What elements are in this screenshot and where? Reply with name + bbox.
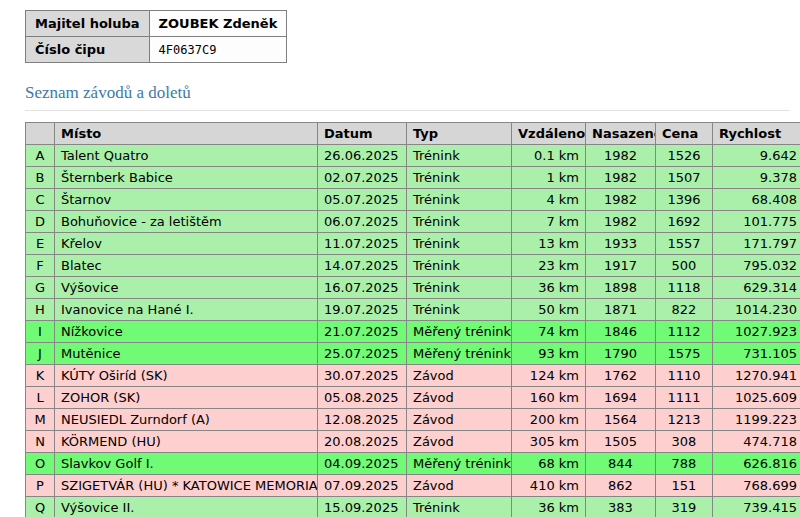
cell-misto: Ivanovice na Hané I. xyxy=(55,299,318,321)
cell-rychlost: 1025.609 xyxy=(713,387,800,409)
owner-info-table: Majitel holubaZOUBEK ZdeněkČíslo čipu4F0… xyxy=(25,10,287,63)
cell-misto: Křelov xyxy=(55,233,318,255)
cell-misto: Nížkovice xyxy=(55,321,318,343)
table-row: MNEUSIEDL Zurndorf (A)12.08.2025Závod200… xyxy=(26,409,800,431)
owner-info-label: Číslo čipu xyxy=(26,37,150,63)
owner-info-body: Majitel holubaZOUBEK ZdeněkČíslo čipu4F0… xyxy=(26,11,287,63)
cell-nasazeno: 844 xyxy=(586,453,656,475)
cell-cena: 1396 xyxy=(656,189,713,211)
table-row: DBohuňovice - za letištěm06.07.2025Tréni… xyxy=(26,211,800,233)
cell-datum: 20.08.2025 xyxy=(318,431,407,453)
cell-typ: Závod xyxy=(407,365,512,387)
cell-misto: ZOHOR (SK) xyxy=(55,387,318,409)
cell-misto: Bohuňovice - za letištěm xyxy=(55,211,318,233)
cell-datum: 05.08.2025 xyxy=(318,387,407,409)
cell-nasazeno: 1982 xyxy=(586,167,656,189)
cell-rychlost: 171.797 xyxy=(713,233,800,255)
cell-misto: KÚTY Oširíd (SK) xyxy=(55,365,318,387)
cell-cena: 822 xyxy=(656,299,713,321)
cell-letter: K xyxy=(26,365,55,387)
table-row: INížkovice21.07.2025Měřený trénink74 km1… xyxy=(26,321,800,343)
cell-vzdalenost: 93 km xyxy=(512,343,586,365)
page: Majitel holubaZOUBEK ZdeněkČíslo čipu4F0… xyxy=(0,0,800,517)
cell-letter: Q xyxy=(26,497,55,517)
cell-rychlost: 739.415 xyxy=(713,497,800,517)
cell-datum: 04.09.2025 xyxy=(318,453,407,475)
table-row: FBlatec14.07.2025Trénink23 km1917500795.… xyxy=(26,255,800,277)
table-row: KKÚTY Oširíd (SK)30.07.2025Závod124 km17… xyxy=(26,365,800,387)
cell-letter: I xyxy=(26,321,55,343)
cell-typ: Trénink xyxy=(407,167,512,189)
table-row: OSlavkov Golf I.04.09.2025Měřený trénink… xyxy=(26,453,800,475)
cell-misto: Výšovice xyxy=(55,277,318,299)
cell-datum: 14.07.2025 xyxy=(318,255,407,277)
cell-typ: Závod xyxy=(407,409,512,431)
cell-rychlost: 731.105 xyxy=(713,343,800,365)
owner-info-value: 4F0637C9 xyxy=(149,37,287,63)
cell-misto: NEUSIEDL Zurndorf (A) xyxy=(55,409,318,431)
cell-vzdalenost: 160 km xyxy=(512,387,586,409)
cell-cena: 1557 xyxy=(656,233,713,255)
cell-vzdalenost: 200 km xyxy=(512,409,586,431)
cell-typ: Měřený trénink xyxy=(407,321,512,343)
cell-nasazeno: 1898 xyxy=(586,277,656,299)
cell-typ: Trénink xyxy=(407,497,512,517)
cell-letter: G xyxy=(26,277,55,299)
cell-cena: 1575 xyxy=(656,343,713,365)
cell-typ: Trénink xyxy=(407,189,512,211)
cell-typ: Měřený trénink xyxy=(407,343,512,365)
cell-letter: J xyxy=(26,343,55,365)
cell-letter: D xyxy=(26,211,55,233)
cell-misto: Talent Quatro xyxy=(55,145,318,167)
cell-vzdalenost: 36 km xyxy=(512,277,586,299)
cell-rychlost: 626.816 xyxy=(713,453,800,475)
column-header-rychlost: Rychlost xyxy=(713,123,800,145)
column-header-datum: Datum xyxy=(318,123,407,145)
cell-rychlost: 795.032 xyxy=(713,255,800,277)
cell-typ: Závod xyxy=(407,475,512,497)
cell-misto: Šternberk Babice xyxy=(55,167,318,189)
section-title: Seznam závodů a doletů xyxy=(25,83,790,111)
cell-nasazeno: 1790 xyxy=(586,343,656,365)
race-table-head: MístoDatumTypVzdálenostNasazenoCenaRychl… xyxy=(26,123,800,145)
header-row: MístoDatumTypVzdálenostNasazenoCenaRychl… xyxy=(26,123,800,145)
cell-datum: 21.07.2025 xyxy=(318,321,407,343)
cell-typ: Závod xyxy=(407,387,512,409)
cell-datum: 07.09.2025 xyxy=(318,475,407,497)
cell-typ: Trénink xyxy=(407,255,512,277)
column-header-vzdalenost: Vzdálenost xyxy=(512,123,586,145)
owner-info-value: ZOUBEK Zdeněk xyxy=(149,11,287,37)
cell-typ: Trénink xyxy=(407,233,512,255)
cell-cena: 1213 xyxy=(656,409,713,431)
cell-typ: Závod xyxy=(407,431,512,453)
cell-datum: 26.06.2025 xyxy=(318,145,407,167)
cell-letter: E xyxy=(26,233,55,255)
cell-nasazeno: 1982 xyxy=(586,145,656,167)
table-row: BŠternberk Babice02.07.2025Trénink1 km19… xyxy=(26,167,800,189)
cell-cena: 1507 xyxy=(656,167,713,189)
cell-rychlost: 9.378 xyxy=(713,167,800,189)
cell-cena: 308 xyxy=(656,431,713,453)
cell-typ: Trénink xyxy=(407,211,512,233)
cell-rychlost: 68.408 xyxy=(713,189,800,211)
cell-typ: Trénink xyxy=(407,299,512,321)
cell-rychlost: 1199.223 xyxy=(713,409,800,431)
cell-cena: 319 xyxy=(656,497,713,517)
cell-letter: L xyxy=(26,387,55,409)
cell-cena: 1118 xyxy=(656,277,713,299)
cell-nasazeno: 1871 xyxy=(586,299,656,321)
cell-rychlost: 9.642 xyxy=(713,145,800,167)
column-header-typ: Typ xyxy=(407,123,512,145)
table-row: NKÖRMEND (HU)20.08.2025Závod305 km150530… xyxy=(26,431,800,453)
column-header-nasazeno: Nasazeno xyxy=(586,123,656,145)
cell-letter: O xyxy=(26,453,55,475)
table-row: CŠtarnov05.07.2025Trénink4 km1982139668.… xyxy=(26,189,800,211)
cell-letter: F xyxy=(26,255,55,277)
column-header-misto: Místo xyxy=(55,123,318,145)
cell-nasazeno: 1982 xyxy=(586,211,656,233)
cell-rychlost: 768.699 xyxy=(713,475,800,497)
cell-letter: B xyxy=(26,167,55,189)
cell-cena: 500 xyxy=(656,255,713,277)
cell-vzdalenost: 305 km xyxy=(512,431,586,453)
cell-nasazeno: 1762 xyxy=(586,365,656,387)
